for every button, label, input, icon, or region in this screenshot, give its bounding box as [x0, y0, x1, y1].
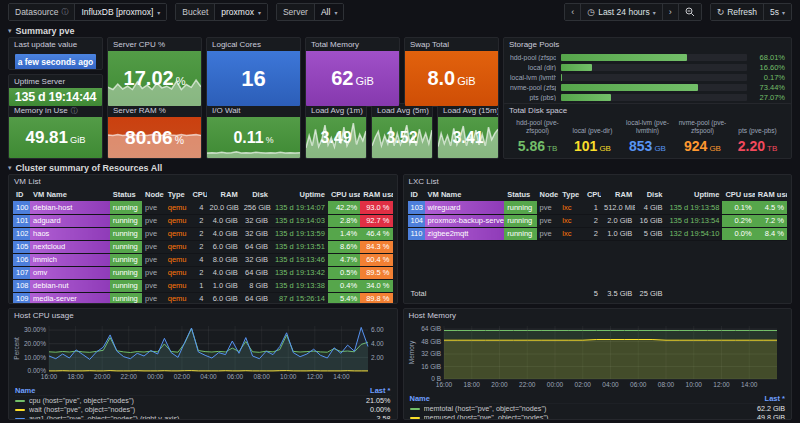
cell-ram: 1.0 GiB	[601, 227, 635, 240]
column-header-disk[interactable]: Disk	[241, 188, 271, 201]
series-color-swatch	[410, 417, 420, 419]
svg-text:02:00: 02:00	[574, 381, 591, 388]
svg-text:4.00: 4.00	[371, 340, 384, 347]
column-header-node[interactable]: Node	[142, 188, 165, 201]
column-header-cpu_usage[interactable]: CPU usage	[328, 188, 360, 201]
panel-title[interactable]: Host Memory	[404, 309, 792, 322]
cell-ram: 8.0 GiB	[207, 253, 241, 266]
datasource-select[interactable]: InfluxDB [proxmox] ▾	[75, 4, 166, 20]
column-header-name[interactable]: VM Name	[425, 188, 505, 201]
panel-title[interactable]: Total Disk space	[504, 104, 791, 117]
zoom-out-icon	[685, 7, 695, 17]
legend-last-header[interactable]: Last *	[370, 386, 390, 395]
cell-ram: 4.0 GiB	[207, 214, 241, 227]
panel-title[interactable]: Logical Cores	[207, 38, 300, 51]
panel-title[interactable]: Last update value	[9, 38, 102, 51]
time-shift-forward-button[interactable]: ›	[663, 4, 679, 20]
stat-area: 80.06%	[108, 117, 201, 158]
cell-id: 110	[408, 227, 425, 240]
column-header-cpu[interactable]: CPU	[584, 188, 601, 201]
column-header-ram[interactable]: RAM	[207, 188, 241, 201]
svg-text:22:00: 22:00	[519, 381, 536, 388]
column-header-uptime[interactable]: Uptime	[271, 188, 328, 201]
panel-title[interactable]: Storage Pools	[504, 38, 791, 51]
time-range-picker[interactable]: ◷ Last 24 hours ▾	[581, 4, 662, 20]
column-header-uptime[interactable]: Uptime	[666, 188, 723, 201]
column-header-id[interactable]: ID	[408, 188, 425, 201]
bucket-select[interactable]: proxmox ▾	[215, 4, 267, 20]
legend-item: memtotal (host="pve", object="nodes")62.…	[410, 404, 786, 413]
panel-title[interactable]: Host CPU usage	[9, 309, 397, 322]
storage-pool-row: nvme-pool (zfspool)73.44%	[510, 83, 785, 92]
table-row: 104proxmox-backup-serverrunningpvelxc22.…	[408, 214, 788, 227]
legend-item: cpu (host="pve", object="nodes")21.05%	[15, 396, 391, 405]
panel-title[interactable]: Total Memory	[306, 38, 399, 51]
refresh-interval-select[interactable]: 5s ▾	[764, 4, 791, 20]
column-header-ram_usage[interactable]: RAM usage	[360, 188, 392, 201]
pool-value: 0.17%	[752, 73, 785, 82]
panel-last-update: Last update value a few seconds ago	[8, 37, 103, 70]
server-select[interactable]: All ▾	[315, 4, 343, 20]
disk-space-values: hdd-pool (pve-zfspool)5.86TBlocal (pve-d…	[504, 117, 791, 158]
column-header-node[interactable]: Node	[537, 188, 560, 201]
cell-name: wireguard	[425, 201, 505, 214]
legend-last-header[interactable]: Last *	[765, 394, 785, 403]
legend-item: avg1 (host="pve", object="nodes") (right…	[15, 414, 391, 419]
panel-title[interactable]: Uptime Server	[9, 75, 102, 88]
refresh-button[interactable]: ↻ Refresh	[711, 4, 764, 20]
column-header-type[interactable]: Type	[559, 188, 584, 201]
legend-name-header[interactable]: Name	[410, 394, 430, 403]
svg-text:64 GiB: 64 GiB	[421, 325, 441, 332]
svg-text:22:00: 22:00	[121, 373, 138, 380]
cell-cpu_usage: 1.4%	[328, 227, 360, 240]
resource-table: IDVM NameStatusNodeTypeCPURAMDiskUptimeC…	[13, 188, 393, 303]
cell-ram_usage: 7.2 %	[755, 214, 787, 227]
panel-lxc-list: LXC List IDVM NameStatusNodeTypeCPURAMDi…	[403, 174, 793, 304]
cell-ram: 1.0 GiB	[207, 279, 241, 292]
cell-name: haos	[30, 227, 110, 240]
column-header-ram[interactable]: RAM	[601, 188, 635, 201]
series-name[interactable]: wait (host="pve", object="nodes")	[29, 405, 366, 414]
series-name[interactable]: avg1 (host="pve", object="nodes") (right…	[29, 414, 373, 419]
column-header-cpu[interactable]: CPU	[189, 188, 206, 201]
series-name[interactable]: memtotal (host="pve", object="nodes")	[424, 404, 754, 413]
host-memory-legend: NameLast *memtotal (host="pve", object="…	[408, 394, 788, 419]
column-header-status[interactable]: Status	[504, 188, 536, 201]
panel-title[interactable]: VM List	[9, 175, 397, 188]
cell-name: omv	[30, 266, 110, 279]
cell-type: qemu	[165, 240, 190, 253]
panel-title[interactable]: Swap Total	[405, 38, 498, 51]
panel-memory-in-use: Memory in Use ⓘ 49.81GiB	[8, 103, 103, 159]
disk-label: pts (pve-pbs)	[738, 127, 776, 135]
legend-name-header[interactable]: Name	[15, 386, 35, 395]
series-color-swatch	[15, 400, 25, 402]
series-name[interactable]: cpu (host="pve", object="nodes")	[29, 396, 362, 405]
section-summary-pve[interactable]: ▾ Summary pve	[0, 24, 800, 37]
section-cluster-summary[interactable]: ▾ Cluster summary of Resources All	[0, 161, 800, 174]
series-color-swatch	[15, 409, 25, 411]
column-header-id[interactable]: ID	[13, 188, 30, 201]
cell-cpu_usage: 0.4%	[328, 279, 360, 292]
svg-text:02:00: 02:00	[174, 373, 191, 380]
panel-host-cpu-usage: Host CPU usage 16:0018:0020:0022:0000:00…	[8, 308, 398, 420]
cell-name: media-server	[30, 292, 110, 303]
cell-cpu: 4	[189, 253, 206, 266]
column-header-ram_usage[interactable]: RAM usage	[755, 188, 787, 201]
cell-cpu_usage: 5.4%	[328, 292, 360, 303]
time-shift-back-button[interactable]: ‹	[565, 4, 581, 20]
cell-id: 105	[13, 240, 30, 253]
column-header-disk[interactable]: Disk	[635, 188, 665, 201]
column-header-cpu_usage[interactable]: CPU usage	[722, 188, 754, 201]
column-header-status[interactable]: Status	[110, 188, 142, 201]
pool-bar	[561, 74, 747, 81]
column-header-name[interactable]: VM Name	[30, 188, 110, 201]
column-header-type[interactable]: Type	[165, 188, 190, 201]
storage-pool-row: local-lvm (lvmthin)0.17%	[510, 73, 785, 82]
series-name[interactable]: memused (host="pve", object="nodes")	[424, 413, 754, 419]
svg-text:18:00: 18:00	[463, 381, 480, 388]
panel-title[interactable]: Server CPU %	[108, 38, 201, 51]
zoom-out-button[interactable]	[679, 4, 701, 20]
cell-ram: 6.0 GiB	[207, 240, 241, 253]
storage-pools-bars: hdd-pool (zfspool)68.01%local (dir)16.60…	[504, 51, 791, 106]
panel-title[interactable]: LXC List	[404, 175, 792, 188]
